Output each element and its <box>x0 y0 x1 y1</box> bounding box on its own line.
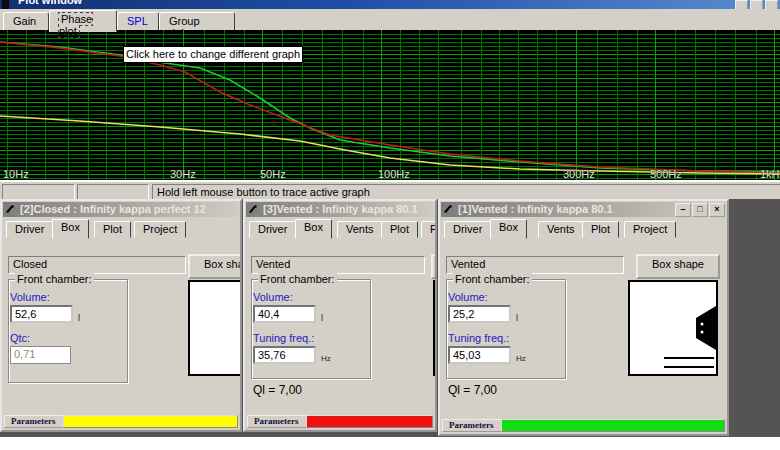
window2-tab-driver[interactable]: Driver <box>249 221 296 238</box>
window3-tab-project[interactable]: Project <box>624 221 676 238</box>
app-close-button[interactable] <box>765 0 778 9</box>
window3-volume-label: Volume: <box>448 291 488 303</box>
window3-group-label: Front chamber: <box>453 273 532 285</box>
status-panel-2 <box>77 184 149 200</box>
app-window-controls <box>735 0 778 9</box>
window3-tab-driver[interactable]: Driver <box>444 221 491 238</box>
window2-box-shape-button[interactable]: Box shape <box>431 254 437 279</box>
x-tick-label: 10Hz <box>3 168 29 180</box>
phase-red <box>0 42 780 173</box>
window1-tab-box[interactable]: Box <box>52 219 89 239</box>
window3-tab-vents[interactable]: Vents <box>538 221 584 238</box>
window1-box-type[interactable]: Closed <box>8 256 186 274</box>
window2-volume-unit: l <box>321 313 323 323</box>
tab-gain-label: Gain <box>13 15 36 27</box>
window2-ql-value: Ql = 7,00 <box>253 383 302 397</box>
window3-tuning-label: Tuning freq.: <box>448 332 509 344</box>
child-window-vented-1: [1]Vented : Infinity kappa 80.1 – □ × Dr… <box>438 199 729 436</box>
window2-box-type[interactable]: Vented <box>251 256 425 274</box>
plot-tab-bar: Gain Phase plot SPL Group delay <box>0 9 780 30</box>
window3-controls: – □ × <box>675 203 725 217</box>
tab-group-delay[interactable]: Group delay <box>159 12 235 31</box>
x-tick-label: 50Hz <box>260 168 286 180</box>
status-message: Hold left mouse button to trace active g… <box>152 184 780 200</box>
window2-group-label: Front chamber: <box>258 273 337 285</box>
x-tick-label: 1kHz <box>760 168 780 180</box>
window2-tab-box[interactable]: Box <box>295 219 332 239</box>
window3-box-type[interactable]: Vented <box>446 256 624 274</box>
child-window-closed: [2]Closed : Infinity kappa perfect 12 Dr… <box>0 199 242 432</box>
window1-tab-plot[interactable]: Plot <box>94 221 131 238</box>
x-tick-label: 100Hz <box>378 168 410 180</box>
window3-close-button[interactable]: × <box>709 203 725 217</box>
graph-tooltip: Click here to change different graph <box>123 46 303 63</box>
window1-titlebar[interactable]: [2]Closed : Infinity kappa perfect 12 <box>3 202 239 217</box>
window2-app-icon[interactable] <box>247 203 259 215</box>
tab-gain[interactable]: Gain <box>3 12 49 31</box>
window2-box-preview <box>433 280 437 376</box>
window1-tab-project[interactable]: Project <box>134 221 186 238</box>
status-bar: Hold left mouse button to trace active g… <box>0 181 780 200</box>
window1-box-shape-button[interactable]: Box shape <box>188 254 242 279</box>
x-tick-label: 30Hz <box>170 168 196 180</box>
app-titlebar[interactable]: Plot window <box>0 0 780 9</box>
phase-plot-canvas[interactable]: 10Hz30Hz50Hz100Hz300Hz500Hz1kHz Click he… <box>0 30 780 180</box>
tab-phase-plot[interactable]: Phase plot <box>49 10 117 32</box>
window1-qtc-input: 0,71 <box>10 346 71 364</box>
tab-spl[interactable]: SPL <box>117 12 159 31</box>
window1-parameters-label: Parameters <box>4 415 68 428</box>
window1-tab-driver[interactable]: Driver <box>6 221 53 238</box>
x-tick-label: 300Hz <box>563 168 595 180</box>
window2-tab-vents[interactable]: Vents <box>337 221 383 238</box>
window3-volume-unit: l <box>516 313 518 323</box>
window3-box-shape-button[interactable]: Box shape <box>636 254 720 279</box>
window2-tuning-input[interactable]: 35,76 <box>253 346 316 364</box>
window3-tab-plot[interactable]: Plot <box>582 221 619 238</box>
window3-app-icon[interactable] <box>442 203 454 215</box>
window3-volume-input[interactable]: 25,2 <box>448 305 511 323</box>
window3-minimize-button[interactable]: – <box>675 203 691 217</box>
child-window-vented-3: [3]Vented : Infinity kappa 80.1 Driver B… <box>243 199 437 432</box>
window1-box-preview <box>188 280 242 376</box>
window3-tab-bar: Driver Box Vents Plot Project <box>442 219 726 239</box>
window2-tuning-unit: Hz <box>321 354 331 363</box>
window3-parameters-strip <box>501 419 725 432</box>
window2-tab-bar: Driver Box Vents Plot Project <box>247 219 434 239</box>
speaker-diagram <box>630 282 716 374</box>
window3-parameters-label: Parameters <box>442 419 506 432</box>
window3-ql-value: Ql = 7,00 <box>448 383 497 397</box>
mdi-area: [2]Closed : Infinity kappa perfect 12 Dr… <box>0 199 780 437</box>
window2-volume-label: Volume: <box>253 291 293 303</box>
window2-tab-project[interactable]: Project <box>421 221 437 238</box>
speaker-icon <box>696 306 716 350</box>
window3-box-preview <box>628 280 718 376</box>
status-panel-1 <box>2 184 75 200</box>
app-icon <box>2 0 9 9</box>
window1-tab-bar: Driver Box Plot Project <box>4 219 239 239</box>
window2-parameters-strip <box>306 415 433 428</box>
window1-volume-label: Volume: <box>10 291 50 303</box>
window2-volume-input[interactable]: 40,4 <box>253 305 316 323</box>
tab-spl-label: SPL <box>127 15 148 27</box>
window1-volume-input[interactable]: 52,6 <box>10 305 73 323</box>
window1-volume-unit: l <box>78 313 80 323</box>
window1-qtc-label: Qtc: <box>10 332 30 344</box>
window2-tuning-label: Tuning freq.: <box>253 332 314 344</box>
window3-restore-button[interactable]: □ <box>692 203 708 217</box>
app-maximize-button[interactable] <box>750 0 763 9</box>
app-minimize-button[interactable] <box>735 0 748 9</box>
window3-tuning-unit: Hz <box>516 354 526 363</box>
app-title: Plot window <box>0 0 780 6</box>
app-window: Plot window Gain Phase plot SPL Group de… <box>0 0 780 450</box>
window3-tab-box[interactable]: Box <box>490 219 527 239</box>
x-tick-label: 500Hz <box>650 168 682 180</box>
window1-parameters-strip <box>63 415 238 428</box>
phase-plot-svg <box>0 30 780 180</box>
window2-tab-plot[interactable]: Plot <box>381 221 418 238</box>
window3-tuning-input[interactable]: 45,03 <box>448 346 511 364</box>
window2-titlebar[interactable]: [3]Vented : Infinity kappa 80.1 <box>246 202 434 217</box>
window1-app-icon[interactable] <box>4 203 16 215</box>
desktop-background <box>0 437 780 450</box>
window1-group-label: Front chamber: <box>15 273 94 285</box>
window2-parameters-label: Parameters <box>247 415 311 428</box>
